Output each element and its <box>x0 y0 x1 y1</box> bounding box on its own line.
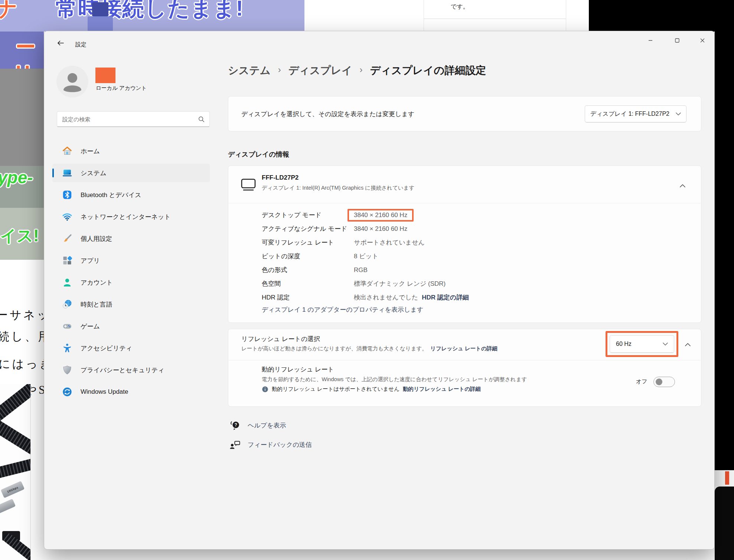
info-row-label: ビットの深度 <box>262 252 354 261</box>
chevron-right-icon: › <box>360 65 363 76</box>
get-help-link[interactable]: ? ヘルプを表示 <box>230 420 286 430</box>
sidebar-item-label: ゲーム <box>81 322 100 331</box>
sidebar-item-personalization[interactable]: 個人用設定 <box>52 229 210 248</box>
background-hero-image: ナ 常時接続したまま! <box>0 0 304 32</box>
refresh-rate-description: レートが高いほど動きは滑らかになりますが、消費電力も大きくなります。 リフレッシ… <box>241 345 498 352</box>
info-row-value: 標準ダイナミック レンジ (SDR) <box>354 279 446 288</box>
display-device-name: FFF-LD27P2 <box>262 174 299 181</box>
main-content: システム › ディスプレイ › ディスプレイの詳細設定 ディスプレイを選択して、… <box>228 31 701 550</box>
dynamic-refresh-status: 動的リフレッシュ レートはサポートされていません <box>272 386 399 393</box>
background-green-word: ype- <box>0 167 33 187</box>
sidebar-item-bluetooth-devices[interactable]: Bluetooth とデバイス <box>52 186 210 204</box>
dynamic-refresh-section: 動的リフレッシュ レート 電力を節約するために、Windows では、上記の選択… <box>228 360 701 407</box>
sidebar-item-home[interactable]: ホーム <box>52 142 210 160</box>
window-title: 設定 <box>75 41 87 48</box>
background-hero-title: 常時接続したまま! <box>56 0 244 23</box>
help-bubble-icon: ? <box>230 420 241 430</box>
toggle-knob <box>656 379 662 385</box>
article-text-line: ーサネット、 <box>0 307 44 323</box>
personalization-icon <box>62 233 72 244</box>
display-selector-dropdown[interactable]: ディスプレイ 1: FFF-LD27P2 <box>585 105 686 122</box>
sidebar-item-windows-update[interactable]: Windows Update <box>52 383 210 401</box>
collapse-chevron-icon[interactable] <box>685 341 691 348</box>
info-row-value: 8 ビット <box>354 252 378 261</box>
settings-search <box>57 111 210 127</box>
feedback-icon <box>229 439 241 450</box>
time-language-icon <box>62 299 72 310</box>
sidebar-item-time-language[interactable]: 時刻と言語 <box>52 295 210 314</box>
refresh-rate-dropdown[interactable]: 60 Hz <box>610 335 674 353</box>
sidebar-item-label: 時刻と言語 <box>81 300 112 309</box>
info-row-color-format: 色の形式 RGB <box>262 263 469 277</box>
refresh-rate-value: 60 Hz <box>616 341 632 347</box>
info-row-desktop-mode: デスクトップ モード 3840 × 2160 60 Hz <box>262 208 469 222</box>
background-black-area-top <box>589 0 734 32</box>
send-feedback-label: フィードバックの送信 <box>248 441 312 449</box>
info-row-hdr-certification: HDR 認定 検出されませんでした HDR 認定の詳細 <box>262 291 469 304</box>
avatar[interactable] <box>56 65 89 98</box>
sidebar-item-label: Bluetooth とデバイス <box>81 191 141 199</box>
sidebar-item-label: ホーム <box>81 147 100 155</box>
accessibility-icon <box>62 343 72 353</box>
info-row-bit-depth: ビットの深度 8 ビット <box>262 249 469 263</box>
refresh-rate-highlight-box: 60 Hz <box>606 331 678 357</box>
info-row-label: 色の形式 <box>262 266 354 274</box>
gaming-icon <box>62 321 72 331</box>
search-input[interactable] <box>57 112 209 127</box>
back-button[interactable] <box>55 38 66 48</box>
sidebar-item-apps[interactable]: アプリ <box>52 251 210 270</box>
breadcrumb: システム › ディスプレイ › ディスプレイの詳細設定 <box>228 59 486 82</box>
dynamic-refresh-details-link[interactable]: 動的リフレッシュ レートの詳細 <box>403 386 481 393</box>
search-icon <box>198 116 205 124</box>
send-feedback-link[interactable]: フィードバックの送信 <box>229 439 312 450</box>
display-selector-label: ディスプレイを選択して、その設定を表示または変更します <box>241 96 414 132</box>
refresh-rate-card: リフレッシュ レートの選択 レートが高いほど動きは滑らかになりますが、消費電力も… <box>228 329 701 407</box>
background-snippet-text: です。 <box>451 3 469 11</box>
chevron-down-icon <box>663 343 668 346</box>
refresh-rate-details-link[interactable]: リフレッシュ レートの詳細 <box>430 346 498 351</box>
info-row-value: RGB <box>354 266 368 274</box>
screen: ナ 常時接続したまま! ーH ype- イス! ーサネット、 続し、用が にはっ… <box>0 0 734 560</box>
sidebar-item-accounts[interactable]: アカウント <box>52 273 210 292</box>
adapter-properties-link[interactable]: ディスプレイ 1 のアダプターのプロパティを表示します <box>262 305 423 314</box>
info-row-value: サポートされていません <box>354 238 425 247</box>
sidebar-item-gaming[interactable]: ゲーム <box>52 317 210 335</box>
sidebar-item-label: 個人用設定 <box>81 235 112 243</box>
sidebar-item-privacy-security[interactable]: プライバシーとセキュリティ <box>52 361 210 379</box>
dynamic-refresh-title: 動的リフレッシュ レート <box>262 365 334 374</box>
chevron-right-icon: › <box>278 65 281 76</box>
sidebar-item-label: アクセシビリティ <box>81 344 132 353</box>
settings-window: 設定 ローカル アカウント <box>44 31 715 550</box>
get-help-label: ヘルプを表示 <box>248 421 286 430</box>
product-photo: 10Gbps <box>0 384 31 560</box>
breadcrumb-display[interactable]: ディスプレイ <box>288 63 352 78</box>
display-selector-value: ディスプレイ 1: FFF-LD27P2 <box>590 110 669 118</box>
article-text-line: にはっきり <box>0 356 44 372</box>
sidebar-item-system[interactable]: システム <box>52 164 210 182</box>
network-icon <box>62 212 72 222</box>
article-text-line: 続し、用が <box>0 329 44 344</box>
account-name-redacted <box>95 68 115 83</box>
section-heading-display-info: ディスプレイの情報 <box>228 150 289 159</box>
info-row-active-signal-mode: アクティブなシグナル モード 3840 × 2160 60 Hz <box>262 222 469 236</box>
bluetooth-icon <box>62 190 72 200</box>
hdr-certification-details-link[interactable]: HDR 認定の詳細 <box>422 293 469 302</box>
info-row-label: 可変リフレッシュ レート <box>262 238 354 247</box>
sidebar-item-label: アプリ <box>81 256 100 265</box>
sidebar-item-label: システム <box>81 169 107 177</box>
usb-connector-graphic <box>92 2 108 16</box>
info-row-color-space: 色空間 標準ダイナミック レンジ (SDR) <box>262 277 469 291</box>
collapse-chevron-icon[interactable] <box>680 182 685 189</box>
system-icon <box>62 168 72 178</box>
background-left-strip: ーH ype- イス! ーサネット、 続し、用が にはっきり USBやSDカ 1… <box>0 32 44 560</box>
dynamic-refresh-toggle[interactable] <box>653 377 675 387</box>
windows-update-icon <box>62 387 72 397</box>
accounts-icon <box>62 277 72 288</box>
background-red-marker <box>725 471 729 485</box>
display-info-rows: デスクトップ モード 3840 × 2160 60 Hz アクティブなシグナル … <box>262 208 469 304</box>
refresh-rate-description-text: レートが高いほど動きは滑らかになりますが、消費電力も大きくなります。 <box>241 346 427 351</box>
chevron-down-icon <box>676 112 681 115</box>
sidebar-item-network-internet[interactable]: ネットワークとインターネット <box>52 207 210 226</box>
breadcrumb-system[interactable]: システム <box>228 63 271 78</box>
sidebar-item-accessibility[interactable]: アクセシビリティ <box>52 339 210 357</box>
